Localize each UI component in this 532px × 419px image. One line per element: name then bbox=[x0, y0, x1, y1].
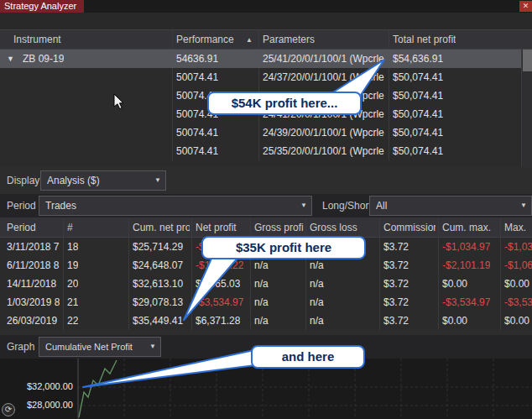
column-header-total-net-profit[interactable]: Total net profit bbox=[393, 30, 456, 50]
graph-select[interactable]: Cumulative Net Profit ▼ bbox=[39, 337, 161, 357]
cum-net-cell: $35,449.41 bbox=[133, 312, 183, 330]
number-cell: 19 bbox=[67, 256, 78, 275]
callout-54k-profit: $54K profit here... bbox=[207, 92, 362, 115]
cum-max-cell: $0.00 bbox=[442, 275, 467, 293]
column-header-number[interactable]: # bbox=[67, 217, 126, 238]
graph-select-value: Cumulative Net Profit bbox=[45, 338, 147, 356]
gross-profit-cell: n/a bbox=[254, 312, 269, 330]
long-short-select-value: All bbox=[376, 196, 518, 215]
column-header-commission[interactable]: Commission bbox=[383, 217, 436, 238]
graph-label: Graph bbox=[7, 335, 34, 359]
max-cell: -$3,534.97 bbox=[504, 293, 532, 312]
net-profit-cell: $6,371.28 bbox=[196, 312, 240, 330]
sort-ascending-icon: ▲ bbox=[246, 30, 253, 50]
gross-profit-cell: n/a bbox=[254, 275, 269, 293]
period-cell: 1/03/2019 8 bbox=[7, 293, 60, 312]
gross-profit-cell: n/a bbox=[254, 293, 269, 312]
refresh-icon[interactable]: ⟳ bbox=[2, 403, 15, 416]
chevron-down-icon: ▼ bbox=[520, 196, 527, 215]
period-select-value: Trades bbox=[45, 196, 298, 215]
gross-loss-cell: n/a bbox=[310, 275, 324, 293]
commission-cell: $3.72 bbox=[383, 293, 409, 312]
column-header-gross-loss[interactable]: Gross loss bbox=[310, 217, 377, 238]
scrollbar-thumb[interactable] bbox=[523, 50, 532, 71]
table-row[interactable]: 26/03/2019 22 $35,449.41 $6,371.28 n/a n… bbox=[0, 312, 532, 330]
cum-max-cell: -$1,034.97 bbox=[442, 238, 490, 256]
chevron-down-icon: ▼ bbox=[300, 196, 307, 215]
parameters-cell: 24/37/20/0/1/100/1 (Wpcrle bbox=[263, 68, 385, 86]
strategy-analyzer-window: Strategy Analyzer ✕ Instrument Performan… bbox=[0, 0, 532, 419]
column-header-period[interactable]: Period bbox=[7, 217, 60, 238]
table-row[interactable]: 50074.41 24/39/20/0/1/100/1 (Wpcrle $50,… bbox=[0, 123, 521, 142]
column-header-net-profit[interactable]: Net profit bbox=[196, 217, 248, 238]
net-profit-cell: -$3,534.97 bbox=[196, 293, 243, 312]
performance-cell: 50074.41 bbox=[176, 142, 218, 160]
cum-net-cell: $25,714.29 bbox=[133, 238, 183, 256]
total-net-profit-cell: $54,636.91 bbox=[393, 50, 443, 68]
max-cell: $0.00 bbox=[504, 312, 529, 330]
table-row[interactable]: 14/11/2018 20 $32,613.10 $7,965.03 n/a n… bbox=[0, 275, 532, 293]
net-profit-cell: $7,965.03 bbox=[196, 275, 240, 293]
close-icon[interactable]: ✕ bbox=[519, 1, 532, 12]
performance-cell: 50074.41 bbox=[176, 68, 218, 86]
long-short-label: Long/Short bbox=[322, 194, 372, 217]
column-header-cum-net[interactable]: Cum. net profit bbox=[133, 217, 190, 238]
column-header-gross-profit[interactable]: Gross profit bbox=[254, 217, 304, 238]
column-header-instrument[interactable]: Instrument bbox=[13, 30, 61, 50]
max-cell: $0.00 bbox=[504, 275, 529, 293]
cum-max-cell: -$2,101.19 bbox=[442, 256, 490, 275]
total-net-profit-cell: $50,074.41 bbox=[393, 142, 443, 160]
chevron-down-icon: ▼ bbox=[154, 171, 161, 190]
window-chrome-strip bbox=[0, 13, 532, 29]
y-axis-tick: $32,000.00 bbox=[0, 381, 73, 391]
cum-max-cell: -$3,534.97 bbox=[442, 293, 490, 312]
commission-cell: $3.72 bbox=[383, 312, 409, 330]
long-short-select[interactable]: All ▼ bbox=[369, 196, 532, 216]
period-cell: 26/03/2019 bbox=[7, 312, 57, 330]
period-label: Period bbox=[7, 194, 36, 217]
display-select-value: Analysis ($) bbox=[47, 171, 152, 190]
gross-loss-cell: n/a bbox=[310, 293, 324, 312]
display-select[interactable]: Analysis ($) ▼ bbox=[40, 170, 166, 191]
display-label: Display bbox=[7, 170, 39, 191]
cum-net-cell: $29,078.13 bbox=[133, 293, 183, 312]
table-row[interactable]: 50074.41 24/37/20/0/1/100/1 (Wpcrle $50,… bbox=[0, 68, 521, 86]
tab-strategy-analyzer[interactable]: Strategy Analyzer bbox=[0, 0, 84, 13]
cum-max-cell: $0.00 bbox=[442, 312, 467, 330]
number-cell: 18 bbox=[67, 238, 78, 256]
scrollbar[interactable] bbox=[521, 50, 532, 167]
commission-cell: $3.72 bbox=[383, 256, 409, 275]
total-net-profit-cell: $50,074.41 bbox=[393, 123, 443, 142]
performance-cell: 54636.91 bbox=[176, 50, 218, 68]
column-header-max[interactable]: Max. bbox=[504, 217, 530, 238]
column-header-cum-max[interactable]: Cum. max. bbox=[442, 217, 498, 238]
period-cell: 14/11/2018 bbox=[7, 275, 56, 293]
results-header-row: Instrument Performance ▲ Parameters Tota… bbox=[0, 30, 532, 50]
total-net-profit-cell: $50,074.41 bbox=[393, 86, 443, 105]
instrument-cell: ZB 09-19 bbox=[23, 50, 64, 68]
number-cell: 20 bbox=[67, 275, 78, 293]
callout-35k-profit: $35K profit here bbox=[201, 236, 366, 259]
period-cell: 3/11/2018 7 bbox=[7, 238, 60, 256]
period-cell: 6/11/2018 8 bbox=[7, 256, 60, 275]
table-row-selected[interactable]: ▼ ZB 09-19 54636.91 25/41/20/0/1/100/1 (… bbox=[0, 50, 521, 68]
trades-table: Period # Cum. net profit Net profit Gros… bbox=[0, 217, 532, 330]
total-net-profit-cell: $50,074.41 bbox=[393, 105, 443, 123]
parameters-cell: 25/41/20/0/1/100/1 (Wpcrle bbox=[263, 50, 385, 68]
cum-net-cell: $24,648.07 bbox=[133, 256, 183, 275]
period-select[interactable]: Trades ▼ bbox=[39, 196, 312, 216]
trades-header-row: Period # Cum. net profit Net profit Gros… bbox=[0, 217, 532, 238]
tab-bar: Strategy Analyzer ✕ bbox=[0, 0, 532, 13]
total-net-profit-cell: $50,074.41 bbox=[393, 68, 443, 86]
table-row[interactable]: 1/03/2019 8 21 $29,078.13 -$3,534.97 n/a… bbox=[0, 293, 532, 312]
expander-icon[interactable]: ▼ bbox=[7, 50, 14, 68]
column-header-performance[interactable]: Performance bbox=[176, 30, 234, 50]
column-header-parameters[interactable]: Parameters bbox=[263, 30, 315, 50]
max-cell: -$1,034.97 bbox=[504, 238, 532, 256]
table-row[interactable]: 50074.41 25/35/20/0/1/100/1 (Wpcrle $50,… bbox=[0, 142, 521, 160]
max-cell: -$1,066.22 bbox=[504, 256, 532, 275]
callout-and-here: and here bbox=[251, 345, 365, 369]
number-cell: 22 bbox=[67, 312, 78, 330]
gross-loss-cell: n/a bbox=[310, 312, 324, 330]
parameters-cell: 25/35/20/0/1/100/1 (Wpcrle bbox=[263, 142, 385, 160]
